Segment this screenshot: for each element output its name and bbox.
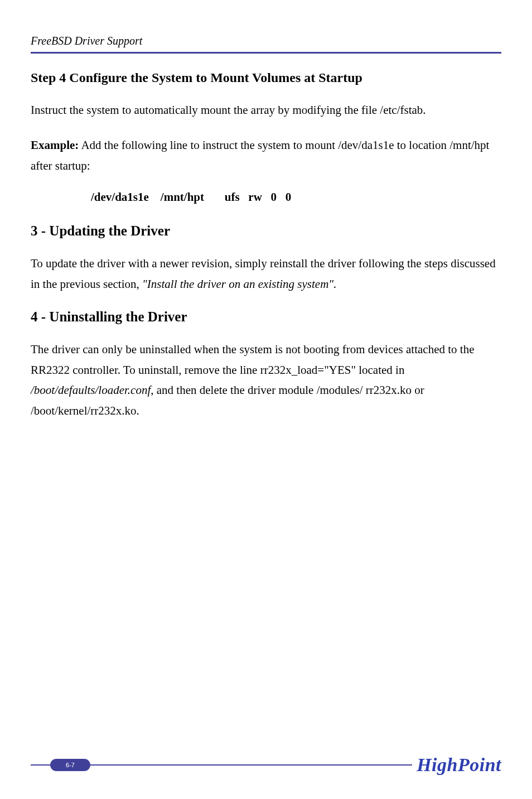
page-number-pill: 6-7 (50, 759, 90, 771)
step4-paragraph-1: Instruct the system to automatically mou… (31, 100, 501, 121)
fstab-code-line: /dev/da1s1e /mnt/hpt ufs rw 0 0 (31, 190, 501, 204)
section3-heading: 3 - Updating the Driver (31, 223, 501, 239)
section4-heading: 4 - Uninstalling the Driver (31, 309, 501, 325)
brand-logo: HighPoint (412, 754, 501, 776)
example-text: Add the following line to instruct the s… (31, 138, 489, 172)
step4-example-paragraph: Example: Add the following line to instr… (31, 135, 501, 176)
header-rule (31, 52, 501, 54)
section3-paragraph: To update the driver with a newer revisi… (31, 253, 501, 295)
running-header: FreeBSD Driver Support (31, 35, 501, 47)
section4-path-italic: /boot/defaults/loader.conf (31, 383, 151, 397)
section3-italic-ref: "Install the driver on an existing syste… (142, 277, 336, 291)
section4-paragraph: The driver can only be uninstalled when … (31, 339, 501, 421)
step4-heading: Step 4 Configure the System to Mount Vol… (31, 70, 501, 85)
page-footer: 6-7 HighPoint (0, 754, 532, 777)
section4-text-a: The driver can only be uninstalled when … (31, 343, 474, 377)
example-label: Example: (31, 138, 79, 152)
